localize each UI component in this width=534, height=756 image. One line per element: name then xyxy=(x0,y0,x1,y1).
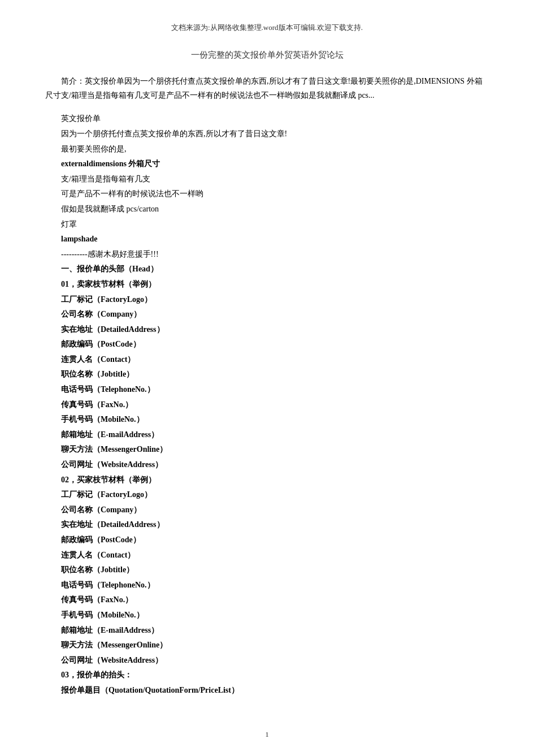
content-line: 连贯人名（Contact） xyxy=(45,548,489,563)
content-line: 公司名称（Company） xyxy=(45,503,489,518)
content-line: 聊天方法（MessengerOnline） xyxy=(45,638,489,653)
content-line: 因为一个朋侪托付查点英文报价单的东西,所以才有了昔日这文章! xyxy=(45,127,489,142)
content-line: 邮政编码（PostCode） xyxy=(45,533,489,548)
content-line: 邮箱地址（E-mailAddress） xyxy=(45,427,489,443)
content-line: 报价单题目（Quotation/QuotationForm/PriceList） xyxy=(45,683,489,698)
content-line: 手机号码（MobileNo.） xyxy=(45,608,489,623)
content-line: 连贯人名（Contact） xyxy=(45,352,489,368)
content-line: 支/箱理当是指每箱有几支 xyxy=(45,172,489,187)
main-title-text: 一份完整的英文报价单外贸英语外贸论坛 xyxy=(191,50,344,59)
content-body: 英文报价单因为一个朋侪托付查点英文报价单的东西,所以才有了昔日这文章!最初要关照… xyxy=(45,111,489,698)
source-text: 文档来源为:从网络收集整理.word版本可编辑.欢迎下载支持. xyxy=(171,23,363,32)
content-line: externaldimensions 外箱尺寸 xyxy=(45,157,489,172)
content-line: 公司网址（WebsiteAddress） xyxy=(45,653,489,668)
content-line: 英文报价单 xyxy=(45,111,489,127)
content-line: 邮箱地址（E-mailAddress） xyxy=(45,623,489,638)
content-line: 实在地址（DetailedAddress） xyxy=(45,322,489,338)
content-line: 职位名称（Jobtitle） xyxy=(45,563,489,578)
content-line: 职位名称（Jobtitle） xyxy=(45,367,489,382)
content-line: 电话号码（TelephoneNo.） xyxy=(45,578,489,593)
content-line: 公司名称（Company） xyxy=(45,307,489,322)
intro-text: 简介：英文报价单因为一个朋侪托付查点英文报价单的东西,所以才有了昔日这文章!最初… xyxy=(45,77,483,100)
page-number: 1 xyxy=(265,730,269,739)
content-line: 02，买家枝节材料（举例） xyxy=(45,473,489,488)
content-line: 工厂标记（FactoryLogo） xyxy=(45,487,489,503)
content-line: 假如是我就翻译成 pcs/carton xyxy=(45,202,489,217)
content-line: 聊天方法（MessengerOnline） xyxy=(45,442,489,457)
content-line: 一、报价单的头部（Head） xyxy=(45,262,489,277)
content-line: 灯罩 xyxy=(45,217,489,232)
content-line: 可是产品不一样有的时候说法也不一样哟 xyxy=(45,187,489,202)
intro-block: 简介：英文报价单因为一个朋侪托付查点英文报价单的东西,所以才有了昔日这文章!最初… xyxy=(45,74,489,102)
content-line: lampshade xyxy=(45,232,489,247)
content-line: 电话号码（TelephoneNo.） xyxy=(45,382,489,398)
content-line: 03，报价单的抬头： xyxy=(45,668,489,683)
source-line: 文档来源为:从网络收集整理.word版本可编辑.欢迎下载支持. xyxy=(45,23,489,33)
content-line: 最初要关照你的是, xyxy=(45,142,489,157)
content-line: 01，卖家枝节材料（举例） xyxy=(45,277,489,292)
content-line: ----------感谢木易好意援手!!! xyxy=(45,247,489,262)
content-line: 邮政编码（PostCode） xyxy=(45,337,489,352)
main-title: 一份完整的英文报价单外贸英语外贸论坛 xyxy=(45,50,489,61)
content-line: 手机号码（MobileNo.） xyxy=(45,412,489,427)
content-line: 工厂标记（FactoryLogo） xyxy=(45,292,489,308)
content-line: 公司网址（WebsiteAddress） xyxy=(45,457,489,473)
content-line: 实在地址（DetailedAddress） xyxy=(45,517,489,533)
page-number-text: 1 xyxy=(265,730,269,738)
content-line: 传真号码（FaxNo.） xyxy=(45,593,489,608)
page: 文档来源为:从网络收集整理.word版本可编辑.欢迎下载支持. 一份完整的英文报… xyxy=(0,0,534,756)
content-line: 传真号码（FaxNo.） xyxy=(45,398,489,413)
